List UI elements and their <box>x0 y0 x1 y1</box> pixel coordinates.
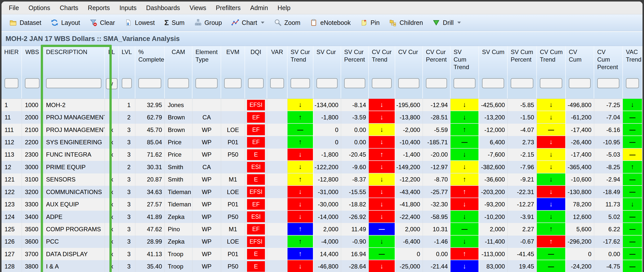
cell-cv_cur_pct[interactable]: -185.71 <box>423 136 451 148</box>
filter-input-description[interactable] <box>46 78 101 88</box>
cell-dqi[interactable]: ESI <box>245 211 267 223</box>
cell-ll[interactable]: x <box>105 211 119 223</box>
cell-cv_cur_pct[interactable]: -12.97 <box>423 161 451 173</box>
cell-vac_trend[interactable]: ↓ <box>623 99 642 111</box>
cell-sv_cur_pct[interactable]: 16.94 <box>341 248 369 260</box>
cell-vac_trend[interactable]: — <box>623 136 642 148</box>
cell-sv_cur[interactable]: -14,000 <box>313 211 341 223</box>
cell-evm[interactable]: P50 <box>221 149 245 161</box>
cell-ll[interactable]: x <box>105 248 119 260</box>
cell-lvl[interactable]: 3 <box>119 186 135 198</box>
cell-description[interactable]: MOH-2 <box>43 99 105 111</box>
cell-wbs[interactable]: 3600 <box>22 236 43 248</box>
cell-cv_cur_pct[interactable]: -25.77 <box>423 186 451 198</box>
cell-cv_cur_trend[interactable]: ↑ <box>369 149 395 161</box>
toolbar-button-drill[interactable]: Drill <box>428 19 466 26</box>
cell-ll[interactable]: x <box>105 223 119 235</box>
cell-sv_cum_trend[interactable]: ↓ <box>451 149 479 161</box>
cell-pct[interactable]: 85.04 <box>135 136 165 148</box>
table-row-wbs-2100[interactable]: 1112100PROJ MANAGEMENTx345.70BrownWPLOEE… <box>2 124 642 136</box>
column-header-hier[interactable]: HIER <box>2 46 22 76</box>
cell-cv_cur_pct[interactable]: -21.44 <box>423 260 451 272</box>
cell-hier[interactable]: 122 <box>2 186 22 198</box>
cell-sv_cur[interactable]: 2,000 <box>313 223 341 235</box>
cell-element_type[interactable]: WP <box>192 260 221 272</box>
cell-description[interactable]: ADPE <box>43 211 105 223</box>
cell-sv_cum[interactable]: -203,200 <box>479 186 508 198</box>
cell-ll[interactable]: x <box>105 236 119 248</box>
cell-description[interactable]: PCC <box>43 236 105 248</box>
cell-cv_cum[interactable]: -365,400 <box>566 161 594 173</box>
filter-input-sv_cum[interactable] <box>482 78 504 88</box>
chevron-down-icon[interactable] <box>457 22 461 24</box>
cell-cv_cur[interactable]: -10,400 <box>395 136 423 148</box>
cell-sv_cum_pct[interactable]: -41.45 <box>508 248 537 260</box>
cell-hier[interactable]: 126 <box>2 236 22 248</box>
cell-sv_cur[interactable]: 14,400 <box>313 248 341 260</box>
cell-ll[interactable]: x <box>105 149 119 161</box>
cell-vac_trend[interactable]: — <box>623 111 642 123</box>
menu-item-admin[interactable]: Admin <box>245 4 273 12</box>
cell-sv_cur_trend[interactable]: ↓ <box>288 161 313 173</box>
cell-evm[interactable]: M1 <box>221 173 245 186</box>
menu-item-prefilters[interactable]: Prefilters <box>211 4 246 12</box>
cell-sv_cur_pct[interactable]: -0.90 <box>341 236 369 248</box>
cell-element_type[interactable] <box>192 99 221 111</box>
cell-cam[interactable]: Troop <box>165 248 192 260</box>
cell-hier[interactable]: 121 <box>2 173 22 186</box>
filter-input-dqi[interactable] <box>248 78 264 88</box>
cell-wbs[interactable]: 3400 <box>22 211 43 223</box>
cell-sv_cur_pct[interactable]: 0.00 <box>341 124 369 136</box>
cell-pct[interactable]: 41.13 <box>135 248 165 260</box>
cell-cv_cum[interactable]: 0 <box>566 248 594 260</box>
cell-element_type[interactable]: WP <box>192 186 221 198</box>
cell-cam[interactable]: Tideman <box>165 198 192 210</box>
table-row-wbs-3300[interactable]: 1233300AUX EQUIPx327.57TidemanWPP01EF↓-3… <box>2 198 642 210</box>
cell-sv_cur_pct[interactable]: -8.37 <box>341 173 369 186</box>
cell-pct[interactable]: 20.87 <box>135 173 165 186</box>
cell-dqi[interactable]: EF <box>245 111 267 123</box>
cell-sv_cum_trend[interactable]: — <box>451 223 479 235</box>
cell-sv_cum_pct[interactable]: -5.85 <box>508 99 537 111</box>
cell-sv_cum[interactable]: -13,200 <box>479 111 508 123</box>
cell-sv_cur[interactable]: -122,200 <box>313 161 341 173</box>
cell-cv_cum_trend[interactable]: ↓ <box>537 211 566 223</box>
cell-ll[interactable]: x <box>105 136 119 148</box>
cell-cv_cum[interactable]: -496,800 <box>566 99 594 111</box>
cell-vac_trend[interactable]: — <box>623 124 642 136</box>
cell-cv_cum[interactable]: -24,200 <box>566 260 594 272</box>
cell-element_type[interactable]: WP <box>192 149 221 161</box>
filter-input-lvl[interactable] <box>122 78 132 88</box>
cell-lvl[interactable]: 2 <box>119 111 135 123</box>
column-header-sv_cum_trend[interactable]: SV Cum Trend <box>451 46 479 76</box>
table-row-wbs-3600[interactable]: 1263600PCCx328.99ZepkaWPLOEEFSI↑-4,000-0… <box>2 236 642 248</box>
cell-pct[interactable]: 45.70 <box>135 124 165 136</box>
cell-sv_cur[interactable]: -30,000 <box>313 198 341 210</box>
cell-cv_cur[interactable]: -149,200 <box>395 161 423 173</box>
cell-description[interactable]: PRIME EQUIP <box>43 161 105 173</box>
menu-item-file[interactable]: File <box>4 4 24 12</box>
toolbar-button-children[interactable]: Children <box>384 19 428 26</box>
cell-sv_cum_trend[interactable]: ↓ <box>451 211 479 223</box>
cell-wbs[interactable]: 3200 <box>22 186 43 198</box>
cell-ll[interactable] <box>105 111 119 123</box>
cell-sv_cum[interactable]: 6,400 <box>479 136 508 148</box>
cell-cv_cur[interactable]: 0 <box>395 248 423 260</box>
cell-cv_cur[interactable]: -6,400 <box>395 236 423 248</box>
cell-element_type[interactable]: WP <box>192 198 221 210</box>
cell-cv_cum_pct[interactable]: -18.49 <box>594 186 623 198</box>
column-header-sv_cum[interactable]: SV Cum <box>479 46 508 76</box>
cell-sv_cur_pct[interactable]: -3.59 <box>341 111 369 123</box>
table-row-wbs-3200[interactable]: 1223200COMMUNICATIONSx334.63TidemanWPLOE… <box>2 186 642 198</box>
cell-pct[interactable]: 28.99 <box>135 236 165 248</box>
cell-wbs[interactable]: 3100 <box>22 173 43 186</box>
cell-cam[interactable]: Troop <box>165 260 192 272</box>
cell-cv_cur[interactable]: -25,000 <box>395 260 423 272</box>
cell-evm[interactable]: LOE <box>221 236 245 248</box>
column-header-evm[interactable]: EVM <box>221 46 245 76</box>
cell-description[interactable]: COMP PROGRAMS <box>43 223 105 235</box>
cell-sv_cum[interactable]: -36,600 <box>479 173 508 186</box>
column-header-sv_cur_pct[interactable]: SV Cur Percent <box>341 46 369 76</box>
cell-sv_cur_pct[interactable]: -18.82 <box>341 198 369 210</box>
filter-input-sv_cum_pct[interactable] <box>511 78 533 88</box>
